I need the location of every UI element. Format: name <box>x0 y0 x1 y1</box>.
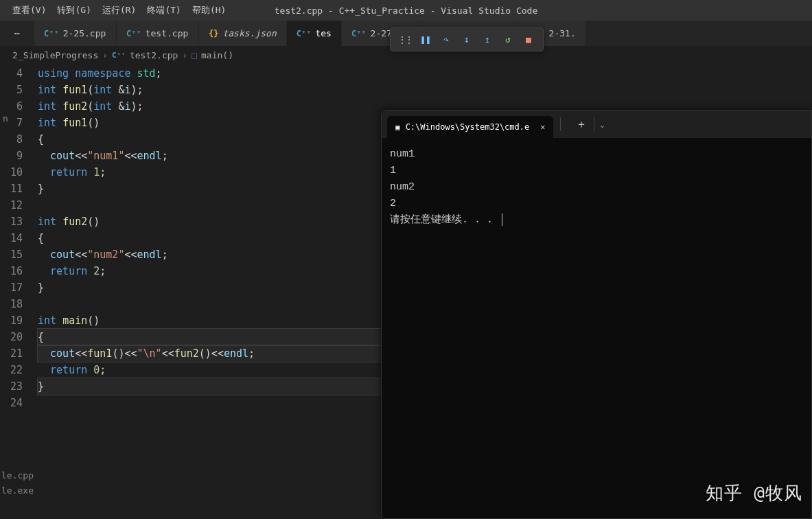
breadcrumb-folder[interactable]: 2_SimpleProgress <box>12 50 98 60</box>
tab-label: tasks.json <box>222 28 276 38</box>
menu-terminal[interactable]: 终端(T) <box>141 4 186 16</box>
terminal-output[interactable]: num1 1 num2 2 请按任意键继续. . . <box>382 138 811 237</box>
chevron-down-icon[interactable]: ⌄ <box>594 121 610 128</box>
cpp-file-icon: C⁺⁺ <box>112 51 126 60</box>
tab-tasks-json[interactable]: {}tasks.json <box>199 21 287 46</box>
tab-label: 2-31. <box>549 28 576 38</box>
step-out-icon[interactable]: ↥ <box>477 30 498 50</box>
new-tab-icon[interactable]: ＋ <box>569 117 594 132</box>
grip-icon[interactable]: ⋮⋮ <box>395 30 415 50</box>
tab-label: 2-25.cpp <box>63 28 106 38</box>
close-icon[interactable]: ✕ <box>540 122 545 132</box>
watermark: 知乎 @牧风 <box>706 481 802 505</box>
tab-2-25-cpp[interactable]: C⁺⁺2-25.cpp <box>34 21 117 46</box>
sidebar-fragment-n: n <box>3 113 8 124</box>
menu-view[interactable]: 查看(V) <box>7 4 51 16</box>
step-into-icon[interactable]: ↧ <box>456 30 477 50</box>
chevron-right-icon: › <box>102 50 108 60</box>
tab-label: test.cpp <box>146 28 189 38</box>
terminal-window: ▣ C:\Windows\System32\cmd.e ✕ ＋ ⌄ num1 1… <box>381 110 812 519</box>
restart-icon[interactable]: ↺ <box>498 30 518 50</box>
cpp-file-icon: C⁺⁺ <box>351 29 367 38</box>
json-file-icon: {} <box>209 29 218 38</box>
step-over-icon[interactable]: ↷ <box>436 30 456 50</box>
terminal-tab[interactable]: ▣ C:\Windows\System32\cmd.e ✕ <box>387 116 553 138</box>
debug-toolbar: ⋮⋮ ❚❚ ↷ ↧ ↥ ↺ ■ <box>390 27 544 51</box>
tab-test-cpp[interactable]: C⁺⁺test.cpp <box>117 21 199 46</box>
menu-goto[interactable]: 转到(G) <box>51 4 96 16</box>
stop-icon[interactable]: ■ <box>518 30 539 50</box>
cpp-file-icon: C⁺⁺ <box>126 29 141 38</box>
menubar: 查看(V) 转到(G) 运行(R) 终端(T) 帮助(H) test2.cpp … <box>0 0 812 21</box>
chevron-right-icon: › <box>182 50 187 60</box>
terminal-tab-title: C:\Windows\System32\cmd.e <box>406 122 530 132</box>
cpp-file-icon: C⁺⁺ <box>297 29 312 38</box>
terminal-titlebar[interactable]: ▣ C:\Windows\System32\cmd.e ✕ ＋ ⌄ <box>382 111 811 138</box>
symbol-method-icon: ⬚ <box>192 50 197 60</box>
sidebar-file[interactable]: le.cpp <box>1 468 34 483</box>
breadcrumb-symbol[interactable]: main() <box>201 50 233 60</box>
cmd-icon: ▣ <box>395 123 400 132</box>
cpp-file-icon: C⁺⁺ <box>44 29 59 38</box>
tab-tes[interactable]: C⁺⁺tes <box>287 21 342 46</box>
pause-icon[interactable]: ❚❚ <box>415 30 436 50</box>
breadcrumb-file[interactable]: test2.cpp <box>130 50 178 60</box>
tab-overflow-icon[interactable]: ⋯ <box>0 21 34 46</box>
sidebar-file[interactable]: le.exe <box>1 483 34 498</box>
menu-help[interactable]: 帮助(H) <box>187 4 231 16</box>
sidebar-file-fragments: le.cpp le.exe <box>1 468 34 498</box>
menu-run[interactable]: 运行(R) <box>97 4 141 16</box>
tab-label: tes <box>315 28 331 38</box>
